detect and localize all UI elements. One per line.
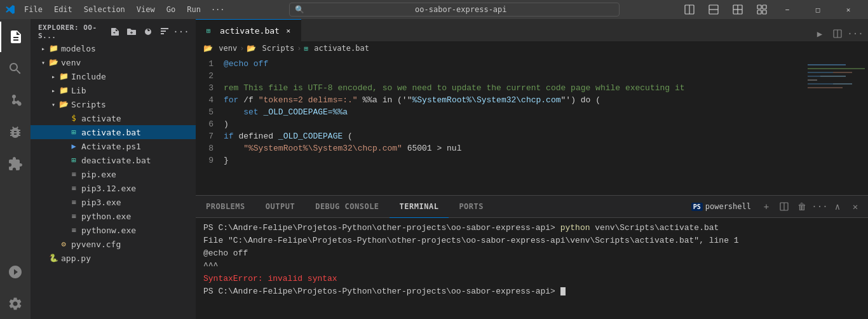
more-actions-btn[interactable]: ···: [848, 26, 863, 41]
app-py-label: app.py: [61, 254, 91, 263]
venv-arrow: [38, 57, 48, 67]
activity-debug[interactable]: [0, 117, 31, 147]
terminal-line-1: PS C:\Andre-Felipe\Projetos-Python\other…: [203, 222, 860, 234]
activity-extensions[interactable]: [0, 149, 31, 179]
menu-run[interactable]: Run: [182, 4, 206, 15]
venv-label: venv: [61, 58, 81, 67]
menu-selection[interactable]: Selection: [79, 4, 130, 15]
tab-activate-bat[interactable]: ⊞ activate.bat ✕: [196, 19, 301, 41]
panel-close-btn[interactable]: ✕: [848, 199, 863, 214]
powershell-label: powershell: [705, 202, 751, 211]
split-terminal-btn[interactable]: [776, 199, 792, 214]
panel-tab-output[interactable]: OUTPUT: [255, 196, 305, 218]
run-btn[interactable]: ▶: [812, 26, 827, 41]
terminal-content[interactable]: PS C:\Andre-Felipe\Projetos-Python\other…: [196, 218, 868, 319]
menu-file[interactable]: File: [19, 4, 48, 15]
term-file-ref: File "C:\Andre-Felipe\Projetos-Python\ot…: [203, 236, 739, 245]
activity-accounts[interactable]: [0, 257, 31, 287]
terminal-line-4: ^^^: [203, 260, 860, 273]
panel-tab-ports[interactable]: PORTS: [449, 196, 494, 218]
code-line-4: 4 for /f "tokens=2 delims=:." %%a in ('"…: [196, 94, 804, 106]
tree-item-pyvenv-cfg[interactable]: ⚙ pyvenv.cfg: [31, 237, 196, 251]
split-editor-btn[interactable]: [830, 26, 845, 41]
activate-ps1-icon: ▶: [69, 141, 79, 151]
tree-item-activate-ps1[interactable]: ▶ Activate.ps1: [31, 139, 196, 153]
kill-terminal-btn[interactable]: 🗑: [794, 199, 810, 214]
line-num-8: 8: [196, 142, 221, 154]
menu-more[interactable]: ···: [207, 4, 229, 15]
tree-item-pip312-exe[interactable]: ≡ pip3.12.exe: [31, 181, 196, 195]
term-python-cmd: python: [560, 223, 590, 233]
activate-label: activate: [81, 114, 121, 123]
svg-rect-23: [808, 87, 843, 88]
tree-item-scripts[interactable]: 📂 Scripts: [31, 97, 196, 111]
panel-tab-terminal[interactable]: TERMINAL: [390, 196, 449, 218]
tree-item-activate[interactable]: $ activate: [31, 111, 196, 125]
breadcrumb-file[interactable]: ⊞ activate.bat: [304, 44, 369, 53]
activity-explorer[interactable]: [0, 22, 31, 52]
code-editor[interactable]: 1 @echo off 2 3 rem This file is UTF-8 e…: [196, 55, 804, 195]
maximize-button[interactable]: □: [803, 0, 832, 19]
customize-layout-btn[interactable]: [752, 3, 771, 17]
layout-btn3[interactable]: [728, 3, 747, 17]
new-file-btn[interactable]: [108, 25, 122, 39]
tree-item-python-exe[interactable]: ≡ python.exe: [31, 209, 196, 223]
search-icon: 🔍: [295, 5, 304, 14]
menu-go[interactable]: Go: [161, 4, 180, 15]
tree-item-modelos[interactable]: 📁 modelos: [31, 41, 196, 55]
deactivate-bat-label: deactivate.bat: [81, 156, 151, 165]
minimize-button[interactable]: −: [773, 0, 802, 19]
venv-folder-icon: 📂: [48, 57, 58, 67]
scripts-arrow: [48, 99, 58, 109]
breadcrumb: 📂 venv › 📂 Scripts › ⊞ activate.bat: [196, 41, 868, 55]
line-num-1: 1: [196, 58, 221, 70]
breadcrumb-scripts[interactable]: 📂 Scripts: [247, 44, 294, 53]
term-cmd-rest: venv\Scripts\activate.bat: [590, 223, 719, 233]
term-prompt-1: PS C:\Andre-Felipe\Projetos-Python\other…: [203, 223, 560, 233]
activity-search[interactable]: [0, 53, 31, 84]
svg-rect-20: [808, 79, 817, 81]
include-arrow: [48, 71, 58, 81]
scripts-breadcrumb-icon: 📂: [247, 44, 256, 53]
tree-item-activate-bat[interactable]: ⊞ activate.bat: [31, 125, 196, 139]
menu-edit[interactable]: Edit: [49, 4, 78, 15]
panel: PROBLEMS OUTPUT DEBUG CONSOLE TERMINAL P…: [196, 195, 868, 319]
line-num-2: 2: [196, 70, 221, 82]
layout-toggle-btn[interactable]: [680, 3, 699, 17]
code-line-9: 9 }: [196, 154, 804, 166]
pyvenv-cfg-label: pyvenv.cfg: [71, 240, 121, 249]
tree-item-pip3-exe[interactable]: ≡ pip3.exe: [31, 195, 196, 209]
tree-item-app-py[interactable]: 🐍 app.py: [31, 251, 196, 265]
tree-item-venv[interactable]: 📂 venv: [31, 55, 196, 69]
layout-btn2[interactable]: [704, 3, 723, 17]
panel-tab-problems[interactable]: PROBLEMS: [196, 196, 255, 218]
panel-tab-debug-console[interactable]: DEBUG CONSOLE: [305, 196, 389, 218]
tree-item-pythonw-exe[interactable]: ≡ pythonw.exe: [31, 223, 196, 237]
search-bar[interactable]: 🔍 oo-sabor-express-api: [289, 3, 620, 17]
tab-close-btn[interactable]: ✕: [283, 25, 294, 36]
venv-breadcrumb-icon: 📂: [203, 44, 213, 53]
tree-item-include[interactable]: 📁 Include: [31, 69, 196, 83]
refresh-btn[interactable]: [141, 25, 155, 39]
menu-view[interactable]: View: [132, 4, 160, 15]
titlebar-center: 🔍 oo-sabor-express-api: [234, 3, 675, 17]
collapse-all-btn[interactable]: [158, 25, 172, 39]
powershell-badge: PS powershell: [686, 202, 756, 211]
new-folder-btn[interactable]: [125, 25, 139, 39]
new-terminal-btn[interactable]: +: [759, 199, 774, 214]
panel-more-btn[interactable]: ···: [812, 199, 827, 214]
include-folder-icon: 📁: [58, 71, 69, 81]
minimap-canvas: [804, 55, 868, 195]
activity-source-control[interactable]: [0, 85, 31, 116]
tree-item-pip-exe[interactable]: ≡ pip.exe: [31, 167, 196, 181]
activity-settings[interactable]: [0, 288, 31, 319]
line-content-9: }: [221, 154, 804, 166]
python-exe-label: python.exe: [81, 212, 131, 221]
panel-chevron-up-btn[interactable]: ∧: [830, 199, 845, 214]
sidebar-more-btn[interactable]: ···: [174, 25, 188, 39]
tree-item-deactivate-bat[interactable]: ⊞ deactivate.bat: [31, 153, 196, 167]
activate-ps1-label: Activate.ps1: [81, 142, 141, 151]
close-button[interactable]: ✕: [834, 0, 863, 19]
breadcrumb-venv[interactable]: 📂 venv: [203, 44, 237, 53]
tree-item-lib[interactable]: 📁 Lib: [31, 83, 196, 97]
